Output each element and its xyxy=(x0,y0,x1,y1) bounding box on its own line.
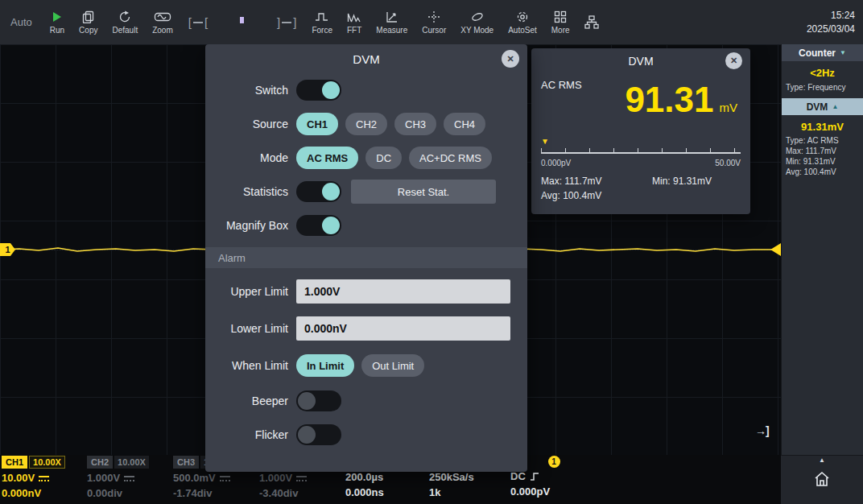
mode-option-dc[interactable]: DC xyxy=(365,147,402,169)
dvm-unit: mV xyxy=(720,101,738,114)
mode-option-acdcrms[interactable]: AC+DC RMS xyxy=(409,147,492,169)
when-option-out-limit[interactable]: Out Limit xyxy=(361,354,424,377)
hide-panel-icon[interactable]: →] xyxy=(755,424,769,437)
upper-limit-row: Upper Limit 1.000V xyxy=(205,273,527,310)
run-button[interactable]: Run xyxy=(43,0,72,44)
magnify-box-toggle[interactable] xyxy=(296,215,341,236)
channel3-tab[interactable]: CH3 xyxy=(173,456,199,469)
switch-label: Switch xyxy=(205,84,296,97)
channel4-scale: 1.000V xyxy=(259,471,292,486)
lower-limit-label: Lower Limit xyxy=(205,322,296,335)
scale-pointer-icon: ▼ xyxy=(541,137,549,146)
channel3-scale: 500.0mV xyxy=(173,471,216,486)
counter-panel-header[interactable]: Counter ▼ xyxy=(782,44,863,61)
chevron-down-icon: ▼ xyxy=(840,49,846,56)
more-button[interactable]: More xyxy=(544,0,577,44)
force-button[interactable]: Force xyxy=(304,0,340,44)
alarm-section-header: Alarm xyxy=(205,247,527,268)
measure-icon xyxy=(386,10,398,23)
channel2-tab[interactable]: CH2 xyxy=(87,456,113,469)
horizontal-position-indicator[interactable]: [ [ ] ] xyxy=(188,15,297,30)
magnify-box-label: Magnify Box xyxy=(205,219,296,232)
auto-button[interactable]: Auto xyxy=(0,0,43,44)
dvm-sidebar-value: 91.31mV xyxy=(782,115,863,135)
source-option-ch1[interactable]: CH1 xyxy=(296,113,338,135)
fft-button[interactable]: FFT xyxy=(340,0,369,44)
switch-row: Switch xyxy=(205,73,527,107)
reset-stat-button[interactable]: Reset Stat. xyxy=(351,180,496,204)
home-icon xyxy=(813,470,831,487)
beeper-toggle[interactable] xyxy=(296,390,341,411)
dvm-scale-bar xyxy=(541,148,741,154)
collapse-up-icon[interactable]: ▲ xyxy=(781,456,863,464)
copy-button[interactable]: Copy xyxy=(72,0,105,44)
network-button[interactable] xyxy=(577,0,606,44)
clock: 15:24 2025/03/04 xyxy=(807,9,863,35)
dvm-value: 91.31 xyxy=(625,82,713,118)
trigger-level-marker[interactable] xyxy=(770,243,781,256)
dvm-sidebar-avg: Avg: 100.4mV xyxy=(782,167,863,177)
zoom-button[interactable]: Zoom xyxy=(145,0,180,44)
dvm-settings-dialog: DVM ✕ Switch Source CH1 CH2 CH3 CH4 Mode… xyxy=(205,44,527,472)
close-icon[interactable]: ✕ xyxy=(725,52,742,69)
flicker-row: Flicker xyxy=(205,418,527,452)
statistics-label: Statistics xyxy=(205,185,296,198)
timebase-scale: 200.0µs xyxy=(345,470,427,485)
trigger-position-marker[interactable] xyxy=(240,17,244,23)
dvm-min-stat: Min: 91.31mV xyxy=(652,176,712,187)
close-icon[interactable]: ✕ xyxy=(502,50,519,68)
copy-icon xyxy=(82,10,95,23)
flicker-toggle[interactable] xyxy=(296,424,341,445)
memory-depth: 1k xyxy=(429,485,509,501)
when-limit-row: When Limit In Limit Out Limit xyxy=(205,347,527,384)
force-icon xyxy=(315,10,329,23)
xy-mode-button[interactable]: XY Mode xyxy=(453,0,501,44)
measure-button[interactable]: Measure xyxy=(369,0,415,44)
autoset-button[interactable]: AutoSet xyxy=(501,0,544,44)
channel2-status[interactable]: CH2 10.00X 1.000V 0.00div xyxy=(87,455,171,504)
dialog-title: DVM xyxy=(353,52,379,66)
default-button[interactable]: Default xyxy=(105,0,145,44)
channel2-probe[interactable]: 10.00X xyxy=(114,456,149,469)
dc-coupling-icon xyxy=(39,475,49,482)
lower-limit-row: Lower Limit 0.000nV xyxy=(205,310,527,347)
switch-toggle[interactable] xyxy=(296,80,341,101)
source-option-ch2[interactable]: CH2 xyxy=(345,113,387,135)
beeper-row: Beeper xyxy=(205,384,527,418)
chevron-up-icon: ▲ xyxy=(832,103,838,110)
clock-date: 2025/03/04 xyxy=(807,23,855,35)
home-button[interactable] xyxy=(813,470,831,490)
dc-coupling-icon xyxy=(220,475,230,482)
flicker-label: Flicker xyxy=(205,428,296,441)
mode-row: Mode AC RMS DC AC+DC RMS xyxy=(205,141,527,175)
default-icon xyxy=(118,10,131,23)
more-icon xyxy=(554,10,567,23)
dc-coupling-icon xyxy=(124,475,134,482)
mode-option-acrms[interactable]: AC RMS xyxy=(296,147,358,169)
channel3-offset: -1.74div xyxy=(173,486,258,502)
channel2-scale: 1.000V xyxy=(87,471,120,486)
source-option-ch4[interactable]: CH4 xyxy=(444,113,485,135)
mode-label: Mode xyxy=(205,151,296,164)
channel1-status[interactable]: CH1 10.00X 10.00V 0.000nV xyxy=(2,455,85,504)
channel1-scale: 10.00V xyxy=(2,471,35,486)
rising-edge-icon xyxy=(530,472,539,481)
beeper-label: Beeper xyxy=(205,395,296,407)
channel1-probe[interactable]: 10.00X xyxy=(29,456,65,469)
dvm-panel-header[interactable]: DVM ▲ xyxy=(782,98,863,115)
statistics-toggle[interactable] xyxy=(296,181,341,202)
channel1-tab[interactable]: CH1 xyxy=(2,456,27,469)
channel1-offset: 0.000nV xyxy=(2,486,85,502)
source-option-ch3[interactable]: CH3 xyxy=(394,113,436,135)
dvm-value-readout: 91.31 mV xyxy=(531,82,737,118)
when-option-in-limit[interactable]: In Limit xyxy=(296,354,354,377)
xy-mode-icon xyxy=(471,10,484,23)
lower-limit-input[interactable]: 0.000nV xyxy=(296,316,510,341)
results-sidebar: Counter ▼ <2Hz Type: Frequency DVM ▲ 91.… xyxy=(781,44,863,455)
dvm-sidebar-max: Max: 111.7mV xyxy=(782,146,863,156)
upper-limit-input[interactable]: 1.000V xyxy=(296,279,510,304)
dvm-result-window: DVM ✕ AC RMS 91.31 mV ▼ 0.000pV 50.00V M… xyxy=(531,48,750,214)
dvm-window-title: DVM xyxy=(628,55,653,68)
upper-limit-label: Upper Limit xyxy=(205,285,296,298)
cursor-button[interactable]: Cursor xyxy=(415,0,453,44)
